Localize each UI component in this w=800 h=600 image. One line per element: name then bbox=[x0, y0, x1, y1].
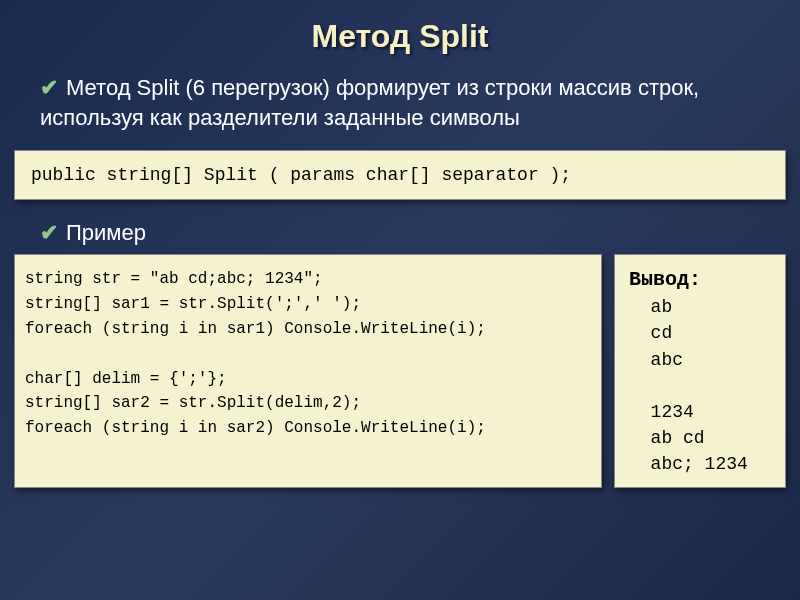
output-lines: ab cd abc 1234 ab cd abc; 1234 bbox=[629, 297, 748, 474]
checkmark-icon: ✔ bbox=[40, 75, 58, 100]
signature-code: public string[] Split ( params char[] se… bbox=[14, 150, 786, 200]
example-block: ✔Пример bbox=[0, 214, 800, 254]
intro-block: ✔Метод Split (6 перегрузок) формирует из… bbox=[0, 67, 800, 142]
example-label: Пример bbox=[66, 220, 146, 245]
intro-text: Метод Split (6 перегрузок) формирует из … bbox=[40, 75, 699, 130]
output-box: Вывод: ab cd abc 1234 ab cd abc; 1234 bbox=[614, 254, 786, 488]
checkmark-icon: ✔ bbox=[40, 220, 58, 245]
example-code: string str = "ab cd;abc; 1234"; string[]… bbox=[14, 254, 602, 488]
output-header: Вывод: bbox=[629, 268, 701, 291]
example-row: string str = "ab cd;abc; 1234"; string[]… bbox=[0, 254, 800, 488]
slide-title: Метод Split bbox=[0, 0, 800, 67]
